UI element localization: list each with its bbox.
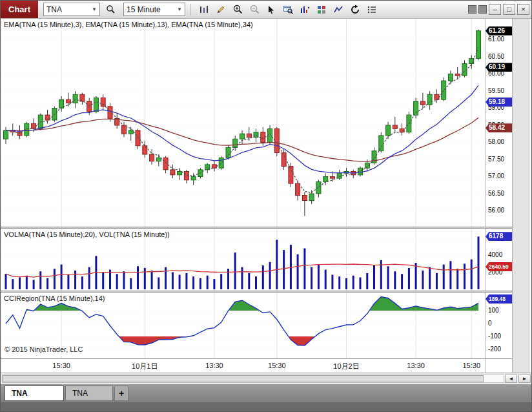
horizontal-scrollbar: ◄ ► (1, 373, 531, 384)
axis-tick-label: 58.00 (488, 138, 504, 146)
chevron-down-icon: ▼ (92, 6, 97, 12)
axis-tick-label: 59.50 (488, 87, 504, 95)
scrollbar-track[interactable] (2, 375, 504, 383)
chart-tab-1[interactable]: TNA (5, 386, 64, 401)
copyright-text: © 2015 NinjaTrader, LLC (5, 345, 83, 353)
volume-marker-tag: 2640.59 (486, 262, 512, 271)
volume-axis: 60004000200061782640.59 (485, 229, 512, 291)
window-controls: – □ × (468, 4, 529, 15)
scrollbar-thumb[interactable] (3, 375, 484, 382)
time-label: 15:30 (451, 362, 492, 369)
window-title: Chart (1, 1, 38, 18)
price-marker-tag: 59.18 (486, 98, 512, 107)
interval-selector[interactable]: 15 Minute ▼ (123, 3, 185, 16)
add-tab-button[interactable]: + (114, 386, 128, 401)
price-marker-tag: 58.42 (486, 123, 512, 132)
volume-panel[interactable]: VOLMA(TNA (15 Minute),20), VOL(TNA (15 M… (1, 229, 485, 291)
cursor-icon[interactable] (263, 3, 279, 17)
axis-tick-label: -200 (488, 345, 501, 353)
price-marker-tag: 61.26 (486, 26, 512, 36)
price-axis: 61.0060.5060.0059.5059.0058.5058.0057.50… (485, 19, 512, 227)
time-label: 10月2日 (325, 362, 367, 371)
close-button[interactable]: × (517, 4, 529, 15)
price-marker-tag: 60.19 (486, 63, 512, 72)
axis-tick-label: 0 (488, 320, 492, 327)
time-label: 13:30 (194, 362, 235, 369)
time-axis: 15:3010月1日13:3015:3010月2日13:3015:30 (1, 359, 485, 373)
maximize-button[interactable]: □ (503, 4, 515, 15)
chart-style-icon[interactable] (196, 3, 212, 17)
time-label: 15:30 (256, 362, 298, 369)
data-series-icon[interactable] (297, 3, 312, 17)
time-label: 13:30 (395, 362, 436, 369)
time-label: 15:30 (41, 362, 82, 369)
chart-area: EMA(TNA (15 Minute),3), EMA(TNA (15 Minu… (1, 19, 531, 373)
chevron-down-icon: ▼ (177, 6, 182, 12)
zoom-out-icon[interactable] (247, 3, 262, 17)
axis-tick-label: 100 (488, 307, 499, 314)
volume-indicator-label: VOLMA(TNA (15 Minute),20), VOL(TNA (15 M… (4, 231, 170, 238)
instrument-search-icon[interactable] (103, 3, 118, 17)
instrument-value: TNA (46, 5, 88, 14)
scroll-left-icon[interactable]: ◄ (505, 375, 517, 383)
chart-tab-2[interactable]: TNA (65, 386, 113, 401)
reload-icon[interactable] (347, 3, 363, 17)
minimize-button[interactable]: – (489, 4, 501, 15)
right-scroll-strip (512, 19, 530, 373)
zoom-in-icon[interactable] (230, 3, 245, 17)
drawing-tools-icon[interactable] (213, 3, 229, 17)
price-chart (1, 19, 485, 227)
toolbar-icon-row (196, 3, 380, 17)
ninjatrader-chart-window: Chart TNA ▼ 15 Minute ▼ – □ × EMA(T (0, 0, 532, 412)
link-square-1[interactable] (468, 5, 476, 14)
price-panel[interactable]: EMA(TNA (15 Minute),3), EMA(TNA (15 Minu… (1, 19, 485, 227)
time-label: 10月1日 (124, 362, 165, 371)
chart-trader-icon[interactable] (280, 3, 296, 17)
toolbar-separator (190, 4, 191, 15)
line-chart-icon[interactable] (331, 3, 346, 17)
time-axis-row: 15:3010月1日13:3015:3010月2日13:3015:30 (1, 358, 512, 373)
axis-tick-label: 57.00 (488, 172, 504, 180)
volume-marker-tag: 6178 (486, 232, 512, 241)
axis-tick-label: 60.50 (488, 53, 504, 61)
link-square-2[interactable] (478, 5, 487, 14)
axis-tick-label: -100 (488, 333, 501, 340)
cci-marker-tag: 189.48 (486, 294, 512, 304)
titlebar: Chart TNA ▼ 15 Minute ▼ – □ × (1, 1, 531, 19)
price-indicator-label: EMA(TNA (15 Minute),3), EMA(TNA (15 Minu… (4, 21, 253, 28)
axis-tick-label: 61.00 (488, 36, 504, 43)
axis-tick-label: 56.50 (488, 190, 504, 198)
tab-bar: TNATNA + (1, 384, 531, 402)
cci-axis: 1000-100-200189.48 (485, 293, 512, 358)
axis-tick-label: 56.00 (488, 207, 504, 214)
scroll-right-icon[interactable]: ► (518, 375, 531, 383)
interval-value: 15 Minute (127, 5, 173, 14)
window-bottom-edge (1, 402, 531, 411)
axis-tick-label: 4000 (488, 251, 502, 259)
cci-panel[interactable]: CCIRegion(TNA (15 Minute),14) © 2015 Nin… (1, 293, 485, 358)
properties-icon[interactable] (364, 3, 380, 17)
cci-indicator-label: CCIRegion(TNA (15 Minute),14) (4, 294, 105, 302)
indicators-icon[interactable] (314, 3, 329, 17)
instrument-selector[interactable]: TNA ▼ (43, 3, 100, 16)
axis-tick-label: 57.50 (488, 156, 504, 163)
